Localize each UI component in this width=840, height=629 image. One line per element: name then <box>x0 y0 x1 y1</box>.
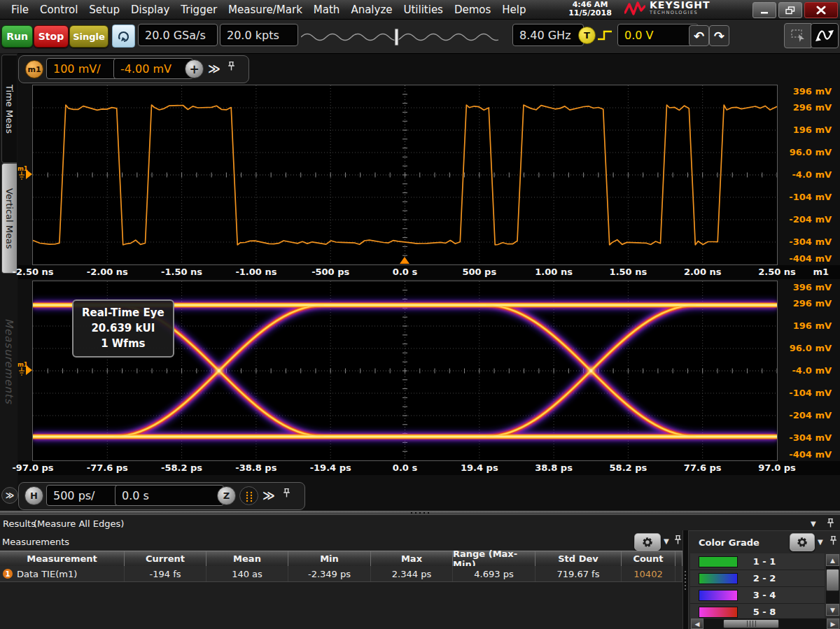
scroll-right-button[interactable]: ▶ <box>827 619 839 629</box>
scroll-down-button[interactable]: ▼ <box>826 604 839 616</box>
color-grade-item[interactable]: 2 - 2 <box>690 570 825 587</box>
add-waveform-button[interactable]: + <box>185 59 204 78</box>
measurements-dropdown-icon[interactable]: ▼ <box>664 537 669 545</box>
eye-diagram-plot[interactable]: Real-Time Eye 20.639 kUI 1 Wfms <box>32 281 778 461</box>
vscroll-thumb[interactable] <box>826 569 839 591</box>
scroll-left-button[interactable]: ◀ <box>691 619 704 629</box>
trigger-level-field[interactable]: 0.0 V <box>617 24 699 46</box>
y-axis-label: -4.0 mV <box>792 365 832 376</box>
pin-icon[interactable] <box>826 518 835 528</box>
menu-trigger[interactable]: Trigger <box>181 3 217 16</box>
x-axis-label: 2.50 ns <box>758 267 796 277</box>
ground-marker-m1-eye[interactable]: m1 <box>18 360 33 380</box>
menu-utilities[interactable]: Utilities <box>403 3 442 16</box>
maximize-button[interactable] <box>778 2 802 18</box>
minimize-button[interactable] <box>752 2 776 18</box>
results-dropdown-icon[interactable]: ▼ <box>811 520 816 528</box>
x-axis-label: 97.0 ps <box>758 462 796 473</box>
hscroll-thumb[interactable] <box>723 619 779 628</box>
pin-icon[interactable] <box>673 535 682 545</box>
color-grade-swatch <box>699 590 738 601</box>
menu-display[interactable]: Display <box>131 3 169 16</box>
results-title: Results <box>3 518 36 529</box>
scroll-up-button[interactable]: ▲ <box>826 554 839 566</box>
intensity-button[interactable] <box>239 486 258 505</box>
meas-value: 140 as <box>206 566 288 581</box>
menu-demos[interactable]: Demos <box>454 3 491 16</box>
trigger-badge[interactable]: T <box>578 27 596 44</box>
waveform-pan-button[interactable] <box>811 23 839 48</box>
keysight-logo: KEYSIGHT TECHNOLOGIES <box>624 1 710 17</box>
color-grade-title: Color Grade <box>699 537 760 548</box>
undo-button[interactable]: ↶ <box>689 25 709 46</box>
x-axis-label: -38.8 ps <box>235 462 276 473</box>
y-axis-top: 396 mV296 mV196 mV96.0 mV-4.0 mV-104 mV-… <box>778 85 839 264</box>
meas-row-name: 1Data TIE(m1) <box>0 566 125 581</box>
menu-analyze[interactable]: Analyze <box>351 3 392 16</box>
color-grade-vscroll[interactable]: ▲ ▼ <box>825 553 840 616</box>
zoom-region-button[interactable] <box>784 23 811 48</box>
tab-time-meas[interactable]: Time Meas <box>1 55 17 163</box>
menu-math[interactable]: Math <box>314 3 340 16</box>
channel-m1-badge[interactable]: m1 <box>25 60 43 78</box>
color-grade-label: 1 - 1 <box>738 556 791 567</box>
color-grade-item[interactable]: 1 - 1 <box>690 553 825 570</box>
clock: 4:46 AM 11/5/2018 <box>560 1 620 17</box>
meas-value: 4.693 ps <box>453 566 536 581</box>
pin-icon[interactable] <box>829 535 838 546</box>
menu-bar: FileControlSetupDisplayTriggerMeasure/Ma… <box>0 0 840 20</box>
color-grade-dropdown-icon[interactable]: ▼ <box>818 538 823 546</box>
tab-vertical-meas[interactable]: Vertical Meas <box>1 163 17 274</box>
waveform-plot[interactable] <box>32 85 778 265</box>
touch-button[interactable] <box>112 24 135 48</box>
eye-annotation[interactable]: Real-Time Eye 20.639 kUI 1 Wfms <box>72 299 174 358</box>
redo-icon: ↷ <box>714 29 724 43</box>
redo-button[interactable]: ↷ <box>709 25 729 46</box>
x-axis-top: -2.50 ns-2.00 ns-1.50 ns-1.00 ns-500 ps0… <box>18 265 840 279</box>
sample-rate-field[interactable]: 20.0 GSa/s <box>138 24 218 46</box>
measurement-table-row[interactable]: 1Data TIE(m1)-194 fs140 as-2.349 ps2.344… <box>0 566 682 582</box>
trigger-position-marker[interactable] <box>400 257 410 264</box>
color-grade-label: 5 - 8 <box>738 607 791 617</box>
y-axis-label: 396 mV <box>793 86 832 97</box>
menu-measure-mark[interactable]: Measure/Mark <box>228 3 302 16</box>
color-grade-hscroll[interactable]: ◀ ▶ <box>690 618 840 629</box>
menu-control[interactable]: Control <box>40 3 78 16</box>
horizontal-position-slider[interactable] <box>301 28 498 46</box>
color-grade-settings-button[interactable] <box>790 533 815 551</box>
timebase-position-field[interactable]: 0.0 s <box>115 485 224 506</box>
gear-icon <box>641 536 654 549</box>
stop-button[interactable]: Stop <box>34 25 69 48</box>
hbar-expand-chevron[interactable]: ≫ <box>262 488 275 502</box>
memory-depth-field[interactable]: 20.0 kpts <box>220 24 298 46</box>
x-axis-label: 0.0 s <box>393 462 417 473</box>
zoom-badge[interactable]: Z <box>217 486 236 505</box>
slider-handle[interactable] <box>395 29 398 45</box>
close-button[interactable] <box>804 2 838 18</box>
brand-name: KEYSIGHT <box>650 1 710 9</box>
channel-offset-field[interactable]: -4.00 mV <box>113 58 193 79</box>
menu-help[interactable]: Help <box>502 3 526 16</box>
sidebar-expand-button[interactable]: ≫ <box>1 487 18 504</box>
y-axis-label: 196 mV <box>793 320 832 331</box>
dots-grid-icon <box>244 490 255 502</box>
color-grade-item[interactable]: 3 - 4 <box>690 587 825 604</box>
channel-expand-chevron[interactable]: ≫ <box>208 62 220 76</box>
ground-marker-m1-top[interactable]: m1 <box>18 164 33 184</box>
channel-scale-field[interactable]: 100 mV/ <box>46 58 122 79</box>
timebase-scale-field[interactable]: 500 ps/ <box>46 485 123 506</box>
horizontal-badge[interactable]: H <box>24 486 43 505</box>
pin-icon[interactable] <box>227 61 236 71</box>
measurements-settings-button[interactable] <box>634 533 661 551</box>
trigger-frequency-field[interactable]: 8.40 GHz <box>512 24 584 46</box>
run-button[interactable]: Run <box>1 25 33 48</box>
pin-icon[interactable] <box>282 488 291 498</box>
menu-setup[interactable]: Setup <box>89 3 120 16</box>
single-button[interactable]: Single <box>69 25 108 48</box>
vsplitter-grip <box>685 571 686 590</box>
waveform-trace <box>33 85 777 264</box>
measurement-table-header: MeasurementCurrentMeanMinMaxRange (Max-M… <box>0 551 682 567</box>
y-axis-label: 296 mV <box>793 298 832 309</box>
meas-col-header: Measurement <box>0 551 125 566</box>
menu-file[interactable]: File <box>11 3 29 16</box>
